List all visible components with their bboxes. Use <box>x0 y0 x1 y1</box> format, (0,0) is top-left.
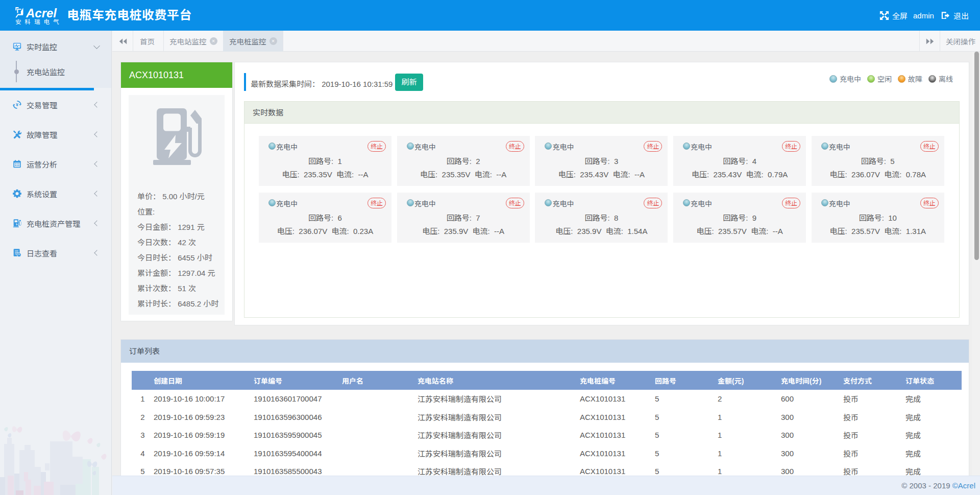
svg-text:¥: ¥ <box>16 102 18 107</box>
